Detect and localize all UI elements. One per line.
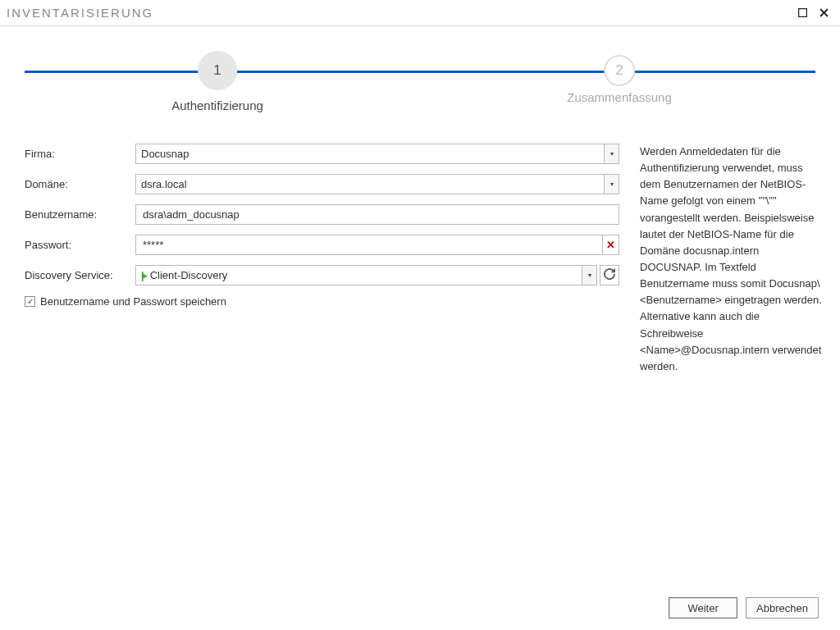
password-input[interactable] [141,238,600,252]
row-save-credentials: ✓ Benutzername und Passwort speichern [25,295,619,308]
chevron-down-icon: ▾ [604,175,619,194]
wizard-progress-line [25,71,815,73]
domain-value: dsra.local [141,178,187,190]
save-credentials-label: Benutzername und Passwort speichern [40,295,226,308]
wizard-step-2-label: Zusammenfassung [567,90,672,104]
check-icon: ✓ [27,297,34,306]
content-area: Firma: Docusnap ▾ Domäne: dsra.local ▾ B… [25,144,824,581]
footer: Weiter Abbrechen [669,597,819,619]
discovery-label: Discovery Service: [25,269,135,281]
wizard-step-2-circle: 2 [604,55,635,86]
username-input-wrap [135,204,619,225]
close-button[interactable] [814,3,833,23]
wizard-step-1-circle: 1 [198,51,237,90]
company-combo[interactable]: Docusnap ▾ [135,144,619,164]
wizard-stepper: 1 Authentifizierung 2 Zusammenfassung [0,43,840,141]
title-bar: INVENTARISIERUNG [0,0,840,26]
play-icon: |▸ [141,269,145,281]
username-label: Benutzername: [25,208,135,221]
row-password: Passwort: ✕ [25,235,619,255]
discovery-value: Client-Discovery [150,269,228,281]
domain-combo[interactable]: dsra.local ▾ [135,174,619,194]
discovery-combo[interactable]: |▸ Client-Discovery ▾ [135,265,597,285]
company-label: Firma: [25,148,135,160]
form-column: Firma: Docusnap ▾ Domäne: dsra.local ▾ B… [25,144,619,581]
row-company: Firma: Docusnap ▾ [25,144,619,164]
discovery-refresh-button[interactable] [600,265,619,285]
clear-x-icon: ✕ [606,239,615,251]
password-clear-button[interactable]: ✕ [602,235,619,254]
domain-label: Domäne: [25,178,135,190]
cancel-button[interactable]: Abbrechen [746,597,819,619]
help-text: Werden Anmeldedaten für die Authentifizi… [640,145,822,372]
wizard-step-1-label: Authentifizierung [171,98,263,112]
chevron-down-icon: ▾ [582,266,596,285]
cancel-button-label: Abbrechen [756,602,808,614]
maximize-icon [798,7,807,20]
next-button-label: Weiter [687,602,718,614]
chevron-down-icon: ▾ [604,144,619,163]
password-input-wrap: ✕ [135,235,619,255]
wizard-step-2-number: 2 [615,62,623,79]
row-discovery: Discovery Service: |▸ Client-Discovery ▾ [25,265,619,285]
help-panel: Werden Anmeldedaten für die Authentifizi… [619,144,824,581]
next-button[interactable]: Weiter [669,597,737,619]
company-value: Docusnap [141,148,189,160]
wizard-step-auth[interactable]: 1 Authentifizierung [171,43,263,112]
username-input[interactable] [141,208,614,221]
save-credentials-checkbox[interactable]: ✓ [25,296,35,307]
row-username: Benutzername: [25,204,619,225]
window-title: INVENTARISIERUNG [7,6,791,20]
wizard-step-summary[interactable]: 2 Zusammenfassung [567,43,672,104]
wizard-step-1-number: 1 [213,62,221,79]
refresh-icon [604,268,615,282]
close-icon [819,7,829,20]
svg-rect-0 [798,8,806,16]
maximize-button[interactable] [792,3,812,23]
row-domain: Domäne: dsra.local ▾ [25,174,619,194]
password-label: Passwort: [25,239,135,251]
